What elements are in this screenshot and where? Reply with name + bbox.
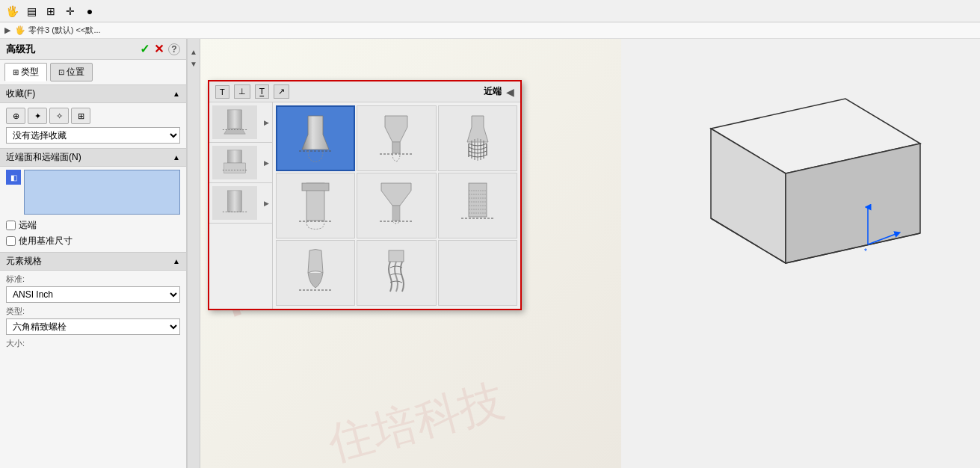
svg-rect-5 <box>228 190 242 212</box>
spec-label: 元素规格 <box>6 255 42 268</box>
hole-icon-4 <box>293 179 338 232</box>
hole-cell-9[interactable] <box>438 240 517 306</box>
tab-position-label: 位置 <box>67 66 84 78</box>
cancel-button[interactable]: ✕ <box>154 42 164 56</box>
popup-body: ▶ ▶ <box>209 102 520 309</box>
spec-content: 标准: ANSI Inch 类型: 六角精致螺栓 大小: <box>0 271 186 354</box>
hole-icon-1 <box>293 112 338 164</box>
type-value-row: 六角精致螺栓 <box>6 318 180 335</box>
panel-header: 高级孔 ✓ ✕ ? <box>0 39 186 60</box>
hole-cell-4[interactable] <box>276 173 355 238</box>
hole-cell-5[interactable] <box>357 173 436 238</box>
svg-rect-22 <box>469 183 487 217</box>
type-label: 类型: <box>6 306 180 317</box>
sidebar-item-1[interactable]: ▶ <box>209 102 272 143</box>
popup-icon-T2[interactable]: T̲ <box>255 84 269 99</box>
checkbox-far-end-label: 远端 <box>19 219 37 232</box>
svg-rect-32 <box>389 250 404 262</box>
standard-label: 标准: <box>6 274 180 285</box>
sidebar-item-3[interactable]: ▶ <box>209 183 272 224</box>
favorites-label: 收藏(F) <box>6 87 35 100</box>
left-panel: 高级孔 ✓ ✕ ? ⊞ 类型 ⊡ 位置 收藏(F) ▲ ⊕ <box>0 39 187 468</box>
fav-icon-3[interactable]: ✧ <box>49 108 69 124</box>
sidebar-thumb-svg-3 <box>216 189 253 218</box>
svg-text:*: * <box>864 247 867 256</box>
center-area: 住培科技 T ⊥ T̲ ↗ 近端 ◀ <box>200 39 621 468</box>
face-icon: ◧ <box>6 170 21 185</box>
watermark-2: 住培科技 <box>321 370 511 468</box>
popup-icon-perp[interactable]: ⊥ <box>234 84 250 99</box>
svg-rect-20 <box>392 206 400 221</box>
panel-title: 高级孔 <box>6 43 35 56</box>
near-far-content: ◧ 远端 使用基准尺寸 <box>0 167 186 252</box>
tab-type[interactable]: ⊞ 类型 <box>4 63 47 81</box>
hole-icon-8 <box>374 247 419 299</box>
standard-dropdown[interactable]: ANSI Inch <box>6 286 180 303</box>
hole-cell-6[interactable] <box>438 173 517 238</box>
sidebar-arrow-1: ▶ <box>264 119 269 126</box>
hole-cell-2[interactable] <box>357 105 436 171</box>
help-button[interactable]: ? <box>168 43 180 55</box>
near-far-section-header[interactable]: 近端面和远端面(N) ▲ <box>0 148 186 167</box>
checkbox-far-end-input[interactable] <box>6 221 16 230</box>
svg-rect-2 <box>228 150 242 162</box>
popup-title: 近端 <box>484 85 502 98</box>
favorites-section-header[interactable]: 收藏(F) ▲ <box>0 84 186 103</box>
hole-type-grid <box>273 102 520 309</box>
toolbar-icon-plus[interactable]: ✛ <box>61 2 79 20</box>
toolbar-icon-color[interactable]: ● <box>81 2 99 20</box>
favorites-icon-row: ⊕ ✦ ✧ ⊞ <box>6 108 180 124</box>
confirm-button[interactable]: ✓ <box>140 42 150 56</box>
checkbox-base-size-label: 使用基准尺寸 <box>19 235 73 247</box>
fav-icon-2[interactable]: ✦ <box>28 108 47 124</box>
sidebar-arrow-3: ▶ <box>264 200 269 207</box>
hole-icon-6 <box>455 179 500 232</box>
breadcrumb: ▶ 🖐 零件3 (默认) <<默... <box>0 22 980 39</box>
tab-position[interactable]: ⊡ 位置 <box>50 63 93 81</box>
tab-type-icon: ⊞ <box>13 68 19 76</box>
divider-arrow-down[interactable]: ▼ <box>188 58 199 69</box>
checkbox-area: 远端 使用基准尺寸 <box>6 218 180 249</box>
breadcrumb-icon: 🖐 <box>15 25 25 35</box>
toolbar-icon-grid[interactable]: ⊞ <box>42 2 60 20</box>
face-selector: ◧ <box>6 170 180 215</box>
face-input-box[interactable] <box>24 170 180 215</box>
popup-icon-arrow[interactable]: ↗ <box>274 84 289 99</box>
checkbox-base-size: 使用基准尺寸 <box>6 233 180 249</box>
3d-box-svg: * <box>666 84 935 308</box>
sidebar-item-2[interactable]: ▶ <box>209 143 272 183</box>
hole-cell-8[interactable] <box>357 240 436 306</box>
sidebar-thumb-svg-2 <box>216 149 253 177</box>
hole-cell-7[interactable] <box>276 240 355 306</box>
near-far-collapse-arrow: ▲ <box>173 153 180 161</box>
divider-arrow-up[interactable]: ▲ <box>188 46 199 57</box>
size-label: 大小: <box>6 338 180 349</box>
fav-icon-1[interactable]: ⊕ <box>6 108 25 124</box>
hole-icon-3 <box>455 112 500 164</box>
type-dropdown[interactable]: 六角精致螺栓 <box>6 318 180 335</box>
sidebar-thumb-1 <box>212 105 257 139</box>
hole-icon-7 <box>293 247 338 299</box>
top-toolbar: 🖐 ▤ ⊞ ✛ ● <box>0 0 980 22</box>
hole-cell-1[interactable] <box>276 105 355 171</box>
popup-icon-T[interactable]: T <box>215 85 229 99</box>
toolbar-icon-list[interactable]: ▤ <box>22 2 40 20</box>
spec-collapse-arrow: ▲ <box>173 257 180 265</box>
checkbox-base-size-input[interactable] <box>6 236 16 246</box>
favorites-dropdown[interactable]: 没有选择收藏 <box>6 127 180 144</box>
sidebar-arrow-2: ▶ <box>264 159 269 167</box>
hole-sidebar: ▶ ▶ <box>209 102 273 309</box>
hole-cell-3[interactable] <box>438 105 517 171</box>
favorites-collapse-arrow: ▲ <box>173 90 180 98</box>
tab-row: ⊞ 类型 ⊡ 位置 <box>0 60 186 84</box>
hole-type-popup: T ⊥ T̲ ↗ 近端 ◀ <box>208 80 522 310</box>
svg-rect-18 <box>302 183 329 191</box>
fav-icon-4[interactable]: ⊞ <box>71 108 90 124</box>
popup-close-button[interactable]: ◀ <box>506 86 514 98</box>
toolbar-icon-hand[interactable]: 🖐 <box>3 2 21 20</box>
spec-section-header[interactable]: 元素规格 ▲ <box>0 252 186 271</box>
svg-rect-3 <box>224 163 246 173</box>
favorites-content: ⊕ ✦ ✧ ⊞ 没有选择收藏 <box>0 103 186 148</box>
tab-type-label: 类型 <box>21 66 39 78</box>
narrow-divider: ▲ ▼ <box>187 39 200 468</box>
